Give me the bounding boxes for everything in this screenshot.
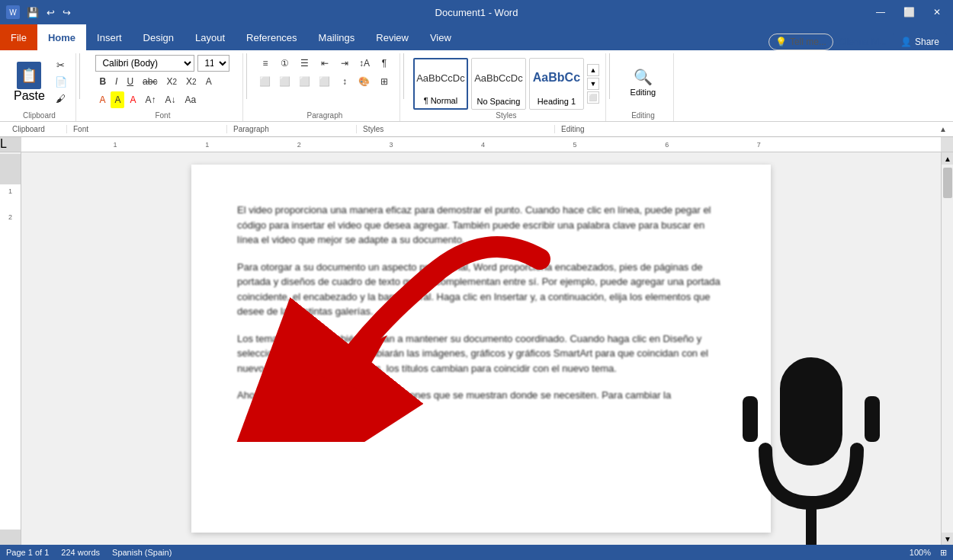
close-button[interactable]: ✕ [927,5,947,19]
scroll-down-button[interactable]: ▼ [942,533,953,545]
tab-mailings[interactable]: Mailings [308,24,366,50]
styles-content: AaBbCcDc ¶ Normal AaBbCcDc No Spacing Aa… [413,55,599,113]
line-spacing-button[interactable]: ↕ [335,73,354,90]
editing-label: Editing [631,88,656,97]
numbering-button[interactable]: ① [276,55,294,72]
collapse-ribbon-button[interactable]: ▲ [939,125,947,133]
clipboard-group-bar-label: Clipboard [6,125,67,133]
style-heading1[interactable]: AaBbCc Heading 1 [529,58,584,110]
styles-scroll: ▲ ▼ ⬜ [587,64,599,104]
cut-button[interactable]: ✂ [53,58,69,73]
divider-4 [609,53,610,99]
divider-2 [246,53,247,99]
italic-button[interactable]: I [111,73,121,90]
font-color-button[interactable]: A [95,91,109,108]
styles-group-bar-label: Styles [357,125,555,133]
tab-insert[interactable]: Insert [86,24,133,50]
style-h1-label: Heading 1 [537,97,576,106]
styles-scroll-down[interactable]: ▼ [587,78,599,90]
vertical-scrollbar[interactable]: ▲ ▼ [941,152,953,545]
style-normal-preview: AaBbCcDc [415,59,467,96]
strikethrough-button[interactable]: abc [139,73,161,90]
font-group-bar-label: Font [67,125,227,133]
paragraph-3: Los temas y estilos también ayudan a man… [237,331,725,376]
tab-references[interactable]: References [236,24,307,50]
shading-button[interactable]: 🎨 [355,73,374,90]
styles-scroll-up[interactable]: ▲ [587,64,599,76]
minimize-button[interactable]: — [870,5,891,19]
align-left-button[interactable]: ⬜ [256,73,274,90]
scroll-up-button[interactable]: ▲ [942,152,953,165]
tab-review[interactable]: Review [365,24,419,50]
editing-group-bar-label: Editing [555,125,616,133]
tell-me-button[interactable]: 💡 Tell me... [768,34,833,50]
ruler: L 1 1 2 3 4 5 6 7 [0,137,953,152]
show-formatting-button[interactable]: ¶ [375,55,393,72]
style-normal-label: ¶ Normal [424,96,457,105]
sort-button[interactable]: ↕A [355,55,374,72]
bullets-button[interactable]: ≡ [256,55,274,72]
paste-button[interactable]: 📋 Paste [9,59,50,106]
multilevel-button[interactable]: ☰ [296,55,314,72]
justify-button[interactable]: ⬜ [316,73,334,90]
scroll-thumb[interactable] [943,168,952,198]
font-size-select[interactable]: 11 [197,55,229,72]
copy-button[interactable]: 📄 [53,75,69,90]
window-controls: — ⬜ ✕ [870,5,947,19]
divider-3 [403,53,404,99]
font-family-select[interactable]: Calibri (Body) [95,55,194,72]
styles-expand[interactable]: ⬜ [587,91,599,104]
font-label: Font [155,111,170,120]
svg-rect-6 [865,396,880,442]
view-mode: ⊞ [940,548,947,558]
undo-button[interactable]: ↩ [44,5,57,20]
tell-me-label: Tell me... [790,37,826,47]
editing-button[interactable]: 🔍 Editing [626,65,661,100]
text-color-button[interactable]: A [126,91,140,108]
align-center-button[interactable]: ⬜ [276,73,294,90]
ruler-marks: 1 1 2 3 4 5 6 7 [21,137,941,152]
styles-group: AaBbCcDc ¶ Normal AaBbCcDc No Spacing Aa… [407,53,606,121]
maximize-button[interactable]: ⬜ [897,5,921,19]
tab-design[interactable]: Design [133,24,185,50]
share-button[interactable]: 👤 Share [893,34,947,50]
style-normal[interactable]: AaBbCcDc ¶ Normal [413,58,468,110]
quick-access-toolbar: 💾 ↩ ↪ [24,5,73,20]
para-row1: ≡ ① ☰ ⇤ ⇥ ↕A ¶ [256,55,393,72]
subscript-button[interactable]: X2 [162,73,181,90]
bold-button[interactable]: B [95,73,110,90]
document-area[interactable]: El video proporciona una manera eficaz p… [21,152,941,545]
save-button[interactable]: 💾 [24,5,41,20]
main-area: 1 2 El video proporciona una manera efic… [0,152,953,545]
redo-button[interactable]: ↪ [60,5,73,20]
change-case-button[interactable]: Aa [181,91,201,108]
user-account[interactable]: Olenna M... [839,37,887,47]
format-painter-button[interactable]: 🖌 [53,91,69,107]
align-right-button[interactable]: ⬜ [296,73,314,90]
decrease-indent-button[interactable]: ⇤ [316,55,334,72]
tab-view[interactable]: View [419,24,462,50]
tab-layout[interactable]: Layout [185,24,236,50]
search-icon: 🔍 [634,68,653,86]
tab-home[interactable]: Home [37,24,86,50]
ribbon-right-area: 💡 Tell me... Olenna M... 👤 Share [768,34,953,50]
borders-button[interactable]: ⊞ [375,73,393,90]
ribbon-content: 📋 Paste ✂ 📄 🖌 Clipboard Calibri (Body) 1… [0,50,953,122]
document-page: El video proporciona una manera eficaz p… [191,165,771,533]
style-nospace[interactable]: AaBbCcDc No Spacing [471,58,526,110]
word-icon: W [6,5,20,19]
vruler-1: 1 [8,187,12,195]
clear-format-button[interactable]: A [202,73,216,90]
increase-font-button[interactable]: A↑ [141,91,159,108]
highlight-button[interactable]: A [111,91,124,108]
ribbon-bar: Clipboard Font Paragraph Styles Editing … [0,122,953,137]
tab-file[interactable]: File [0,24,37,50]
font-row1: Calibri (Body) 11 [95,55,229,72]
increase-indent-button[interactable]: ⇥ [335,55,354,72]
decrease-font-button[interactable]: A↓ [161,91,179,108]
page-info: Page 1 of 1 [6,548,49,557]
scroll-track[interactable] [942,165,953,533]
font-group: Calibri (Body) 11 B I U abc X2 X2 A A A … [83,53,243,121]
underline-button[interactable]: U [123,73,137,90]
superscript-button[interactable]: X2 [182,73,201,90]
